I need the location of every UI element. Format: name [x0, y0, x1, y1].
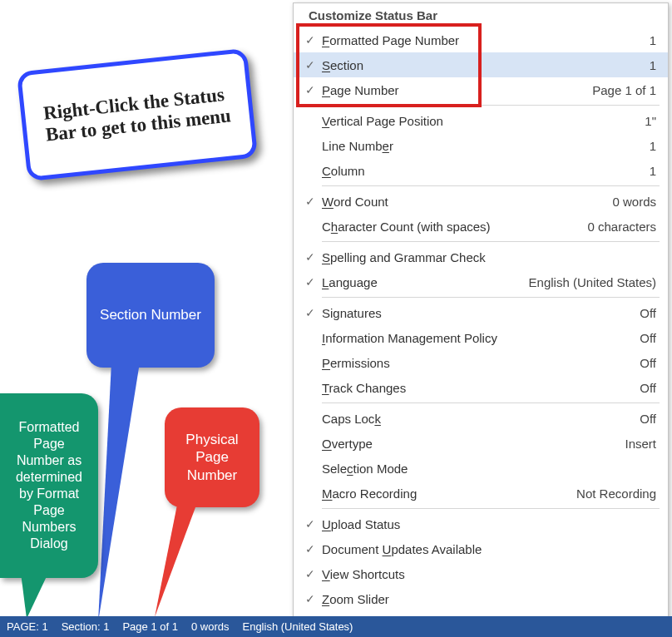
- menu-item-label: Formatted Page Number: [322, 33, 643, 47]
- menu-item-value: Off: [633, 412, 656, 426]
- menu-item-value: Not Recording: [570, 486, 656, 501]
- menu-item[interactable]: ✓Spelling and Grammar Check: [294, 244, 668, 269]
- menu-separator: [322, 241, 660, 242]
- callout-section-number: Section Number: [86, 263, 215, 368]
- callout-formatted-page-number: Formatted Page Number as determined by F…: [0, 393, 98, 578]
- menu-item-value: 1: [643, 58, 656, 72]
- menu-item-label: Spelling and Grammar Check: [322, 250, 650, 264]
- menu-item[interactable]: ✓View Shortcuts: [294, 561, 668, 586]
- menu-item[interactable]: ✓Word Count0 words: [294, 189, 668, 214]
- menu-item-label: Information Management Policy: [322, 331, 633, 345]
- menu-item-value: 1: [643, 33, 656, 47]
- menu-item[interactable]: ✓SignaturesOff: [294, 300, 668, 325]
- menu-item-label: Character Count (with spaces): [322, 220, 581, 234]
- menu-item[interactable]: Line Number1: [294, 133, 668, 158]
- menu-item-label: Macro Recording: [322, 486, 570, 501]
- menu-item-label: Track Changes: [322, 381, 633, 395]
- check-icon: ✓: [299, 592, 322, 605]
- check-icon: ✓: [299, 275, 322, 289]
- menu-item[interactable]: Information Management PolicyOff: [294, 325, 668, 350]
- menu-item-label: Language: [322, 275, 522, 289]
- menu-separator: [322, 105, 660, 106]
- status-page-physical[interactable]: Page 1 of 1: [122, 620, 178, 633]
- menu-item-label: Page Number: [322, 83, 586, 97]
- status-bar[interactable]: PAGE: 1Section: 1Page 1 of 10 wordsEngli…: [0, 616, 672, 637]
- menu-item[interactable]: Vertical Page Position1": [294, 108, 668, 133]
- menu-item-label: Zoom Slider: [322, 592, 650, 606]
- menu-item[interactable]: ✓Section1: [294, 52, 668, 77]
- menu-separator: [322, 508, 660, 509]
- menu-item-value: Page 1 of 1: [586, 83, 656, 97]
- status-word-count[interactable]: 0 words: [191, 620, 230, 633]
- menu-item[interactable]: PermissionsOff: [294, 350, 668, 375]
- menu-item[interactable]: Track ChangesOff: [294, 375, 668, 400]
- menu-item-label: Column: [322, 164, 643, 178]
- customize-status-bar-menu[interactable]: Customize Status Bar ✓Formatted Page Num…: [293, 2, 669, 637]
- svg-marker-1: [21, 573, 48, 619]
- menu-item[interactable]: Caps LockOff: [294, 406, 668, 431]
- check-icon: ✓: [299, 567, 322, 580]
- menu-separator: [322, 402, 660, 403]
- callout-instruction: Right-Click the Status Bar to get to thi…: [17, 48, 258, 181]
- menu-item[interactable]: OvertypeInsert: [294, 431, 668, 456]
- check-icon: ✓: [299, 33, 322, 47]
- menu-item-label: Signatures: [322, 306, 633, 320]
- check-icon: ✓: [299, 517, 322, 531]
- menu-item-value: Insert: [618, 437, 656, 451]
- menu-item-value: Off: [633, 331, 656, 345]
- menu-item[interactable]: ✓Upload Status: [294, 511, 668, 536]
- menu-item[interactable]: ✓Zoom Slider: [294, 586, 668, 611]
- check-icon: ✓: [299, 83, 322, 96]
- menu-item-label: Permissions: [322, 356, 633, 370]
- callout-physical-page-number-text: Physical Page Number: [175, 431, 250, 484]
- menu-item-value: Off: [633, 381, 656, 395]
- svg-marker-2: [155, 501, 198, 617]
- callout-formatted-page-number-text: Formatted Page Number as determined by F…: [10, 419, 88, 552]
- menu-item[interactable]: Selection Mode: [294, 456, 668, 481]
- menu-item[interactable]: ✓LanguageEnglish (United States): [294, 269, 668, 294]
- check-icon: ✓: [299, 542, 322, 556]
- menu-item[interactable]: Macro RecordingNot Recording: [294, 481, 668, 506]
- menu-item-value: Off: [633, 356, 656, 370]
- menu-item-value: 0 characters: [581, 220, 656, 234]
- status-language[interactable]: English (United States): [242, 620, 353, 633]
- callout-physical-page-number: Physical Page Number: [165, 407, 259, 507]
- status-page-formatted[interactable]: PAGE: 1: [7, 620, 48, 633]
- menu-item[interactable]: ✓Page NumberPage 1 of 1: [294, 77, 668, 102]
- menu-item-label: Word Count: [322, 195, 605, 209]
- menu-item-label: Upload Status: [322, 517, 650, 531]
- menu-separator: [322, 297, 660, 298]
- menu-item-label: Selection Mode: [322, 462, 650, 476]
- callout-section-number-text: Section Number: [100, 306, 201, 323]
- menu-item-label: Overtype: [322, 437, 618, 451]
- callout-tail-icon: [155, 501, 205, 625]
- menu-item-value: English (United States): [522, 275, 656, 289]
- menu-item[interactable]: Column1: [294, 158, 668, 183]
- menu-item-label: Section: [322, 58, 643, 72]
- menu-item-label: Document Updates Available: [322, 542, 650, 556]
- callout-tail-icon: [96, 363, 146, 629]
- menu-item[interactable]: Character Count (with spaces)0 character…: [294, 214, 668, 239]
- menu-item-value: 1: [643, 139, 656, 153]
- menu-item-value: 0 words: [605, 195, 656, 209]
- status-section[interactable]: Section: 1: [62, 620, 110, 633]
- callout-instruction-text: Right-Click the Status Bar to get to thi…: [42, 83, 232, 146]
- menu-item-label: Vertical Page Position: [322, 114, 638, 128]
- menu-item-value: 1: [643, 164, 656, 178]
- check-icon: ✓: [299, 195, 322, 208]
- menu-item-label: View Shortcuts: [322, 567, 650, 581]
- svg-marker-0: [98, 363, 140, 622]
- callout-tail-icon: [17, 573, 58, 623]
- check-icon: ✓: [299, 58, 322, 72]
- menu-item-value: Off: [633, 306, 656, 320]
- menu-item[interactable]: ✓Document Updates Available: [294, 536, 668, 561]
- menu-separator: [322, 185, 660, 186]
- menu-title: Customize Status Bar: [294, 3, 668, 27]
- menu-item-label: Caps Lock: [322, 412, 633, 426]
- menu-item-value: 1": [638, 114, 656, 128]
- check-icon: ✓: [299, 306, 322, 319]
- menu-item[interactable]: ✓Formatted Page Number1: [294, 27, 668, 52]
- menu-item-label: Line Number: [322, 139, 643, 153]
- check-icon: ✓: [299, 250, 322, 264]
